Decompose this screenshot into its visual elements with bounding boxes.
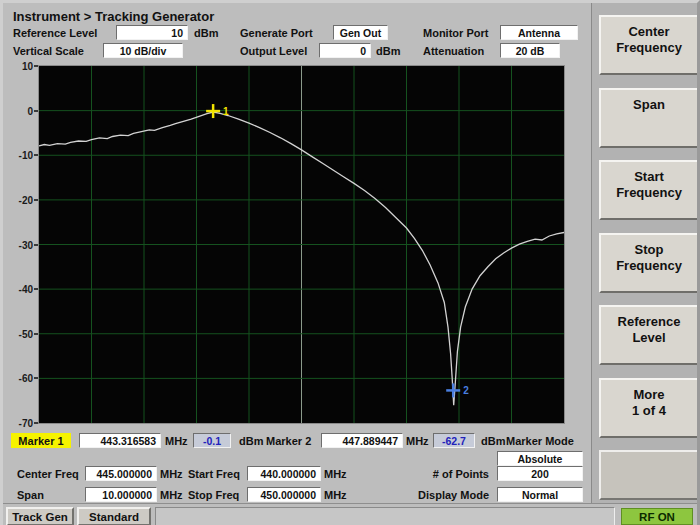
vertical-scale-label: Vertical Scale (13, 45, 84, 57)
marker1-ampl-unit: dBm (239, 435, 263, 447)
output-level-unit: dBm (376, 45, 400, 57)
y-axis-tick-label: 10 (5, 61, 33, 72)
vertical-scale-field[interactable]: 10 dB/div (103, 43, 183, 58)
reference-level-unit: dBm (194, 27, 218, 39)
span-label: Span (17, 489, 44, 501)
stop-freq-field[interactable]: 450.000000 (247, 487, 321, 502)
reference-level-field[interactable]: 10 (116, 25, 188, 40)
stop-freq-label: Stop Freq (188, 489, 239, 501)
span-field[interactable]: 10.000000 (85, 487, 157, 502)
marker2-label[interactable]: Marker 2 (266, 435, 311, 447)
softkey-center-frequency[interactable]: Center Frequency (599, 15, 699, 75)
trace-plot-area[interactable]: 12 (38, 65, 565, 424)
softkey-more-1-of-4[interactable]: More 1 of 4 (599, 378, 699, 438)
y-axis-tick-label: -50 (5, 329, 33, 340)
y-axis-tick-label: 0 (5, 106, 33, 117)
span-unit: MHz (160, 489, 183, 501)
marker2-freq-field[interactable]: 447.889447 (321, 433, 403, 448)
page-title: Instrument > Tracking Generator (13, 9, 214, 24)
num-points-field[interactable]: 200 (497, 466, 583, 481)
display-mode-label: Display Mode (401, 489, 489, 501)
reference-level-label: Reference Level (13, 27, 97, 39)
center-freq-field[interactable]: 445.000000 (85, 466, 157, 481)
num-points-label: # of Points (401, 468, 489, 480)
marker-mode-label: Marker Mode (497, 435, 583, 447)
center-freq-label: Center Freq (17, 468, 79, 480)
trace-plot-svg: 12 (39, 66, 564, 423)
output-level-label: Output Level (240, 45, 307, 57)
rf-status-badge: RF ON (621, 508, 693, 525)
center-freq-unit: MHz (160, 468, 183, 480)
y-axis-tick-label: -10 (5, 150, 33, 161)
start-freq-field[interactable]: 440.000000 (247, 466, 321, 481)
y-axis-tick-label: -20 (5, 195, 33, 206)
marker1-freq-field[interactable]: 443.316583 (79, 433, 161, 448)
monitor-port-field[interactable]: Antenna (500, 25, 578, 40)
y-axis-tick-label: -40 (5, 284, 33, 295)
status-tab-track-gen[interactable]: Track Gen (6, 507, 74, 525)
softkey-start-frequency[interactable]: Start Frequency (599, 160, 699, 220)
monitor-port-label: Monitor Port (423, 27, 488, 39)
status-bar: Track GenStandard RF ON (3, 503, 700, 525)
start-freq-unit: MHz (324, 468, 347, 480)
marker1-ampl-field: -0.1 (193, 433, 231, 448)
start-freq-label: Start Freq (188, 468, 240, 480)
softkey-sidebar: Center FrequencySpanStart FrequencyStop … (591, 3, 700, 503)
y-axis-tick-label: -30 (5, 240, 33, 251)
stop-freq-unit: MHz (324, 489, 347, 501)
marker-mode-field[interactable]: Absolute (497, 451, 583, 466)
status-message-panel (155, 507, 615, 525)
generate-port-field[interactable]: Gen Out (333, 25, 388, 40)
generate-port-label: Generate Port (240, 27, 313, 39)
marker1-tag[interactable]: Marker 1 (11, 433, 71, 448)
softkey-stop-frequency[interactable]: Stop Frequency (599, 233, 699, 293)
marker2-freq-unit: MHz (406, 435, 429, 447)
svg-text:1: 1 (223, 106, 229, 117)
attenuation-field[interactable]: 20 dB (500, 43, 560, 58)
softkey-reference-level[interactable]: Reference Level (599, 305, 699, 365)
instrument-screen: Instrument > Tracking Generator Referenc… (0, 0, 700, 525)
display-mode-field[interactable]: Normal (497, 487, 583, 502)
marker2-ampl-field: -62.7 (433, 433, 475, 448)
y-axis-tick-label: -60 (5, 373, 33, 384)
attenuation-label: Attenuation (423, 45, 484, 57)
softkey-span[interactable]: Span (599, 88, 699, 148)
y-axis-tick-label: -70 (5, 418, 33, 429)
softkey-blank-panel (599, 450, 699, 500)
output-level-field[interactable]: 0 (319, 43, 371, 58)
svg-text:2: 2 (463, 385, 469, 396)
marker1-freq-unit: MHz (165, 435, 188, 447)
status-tab-standard[interactable]: Standard (77, 507, 151, 525)
